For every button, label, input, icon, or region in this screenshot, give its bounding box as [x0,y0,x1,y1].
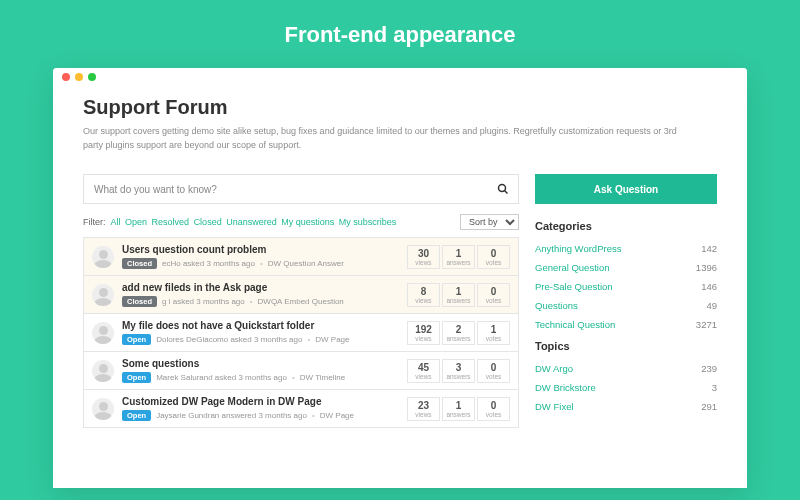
categories-heading: Categories [535,220,717,232]
topics-heading: Topics [535,340,717,352]
topic-item: DW Brickstore3 [535,378,717,397]
filter-label: Filter: [83,217,106,227]
question-row[interactable]: Some questionsOpenMarek Salurand asked 3… [84,352,518,390]
views-stat: 8views [407,283,440,307]
views-stat: 192views [407,321,440,345]
avatar [92,360,114,382]
main-column: Filter: All Open Resolved Closed Unanswe… [83,174,519,428]
filter-link[interactable]: My subscribes [339,217,397,227]
search-icon [497,183,509,195]
meta-separator: • [312,411,315,420]
question-row[interactable]: add new fileds in the Ask pageClosedg l … [84,276,518,314]
search-input[interactable] [84,184,488,195]
question-meta: Closedg l asked 3 months ago•DWQA Embed … [122,296,399,307]
sidebar-link[interactable]: Technical Question [535,319,615,330]
views-stat: 30views [407,245,440,269]
meta-separator: • [307,335,310,344]
question-title[interactable]: add new fileds in the Ask page [122,282,399,293]
sidebar-count: 291 [701,401,717,412]
app-window: Support Forum Our support covers getting… [53,68,747,488]
category-item: Anything WordPress142 [535,239,717,258]
sidebar-count: 239 [701,363,717,374]
question-title[interactable]: Users question count problem [122,244,399,255]
answers-stat: 1answers [442,283,475,307]
search-button[interactable] [488,175,518,203]
filter-link[interactable]: Closed [194,217,222,227]
question-author: Dolores DeGiacomo asked 3 months ago [156,335,302,344]
categories-list: Anything WordPress142General Question139… [535,239,717,334]
question-category[interactable]: DW Page [315,335,349,344]
page-description: Our support covers getting demo site ali… [83,125,683,152]
sidebar-count: 146 [701,281,717,292]
question-meta: OpenJaysarie Gundran answered 3 months a… [122,410,399,421]
question-stats: 8views1answers0votes [407,283,510,307]
sort-select[interactable]: Sort by [460,214,519,230]
question-category[interactable]: DWQA Embed Question [258,297,344,306]
sidebar-count: 3 [712,382,717,393]
sidebar-link[interactable]: DW Argo [535,363,573,374]
category-item: Technical Question3271 [535,315,717,334]
sidebar-link[interactable]: Questions [535,300,578,311]
question-list: Users question count problemClosedecHo a… [83,237,519,428]
sidebar-link[interactable]: General Question [535,262,609,273]
ask-question-button[interactable]: Ask Question [535,174,717,204]
topic-item: DW Argo239 [535,359,717,378]
topics-list: DW Argo239DW Brickstore3DW Fixel291 [535,359,717,416]
question-stats: 23views1answers0votes [407,397,510,421]
sidebar-link[interactable]: Pre-Sale Question [535,281,613,292]
svg-line-1 [505,191,508,194]
question-stats: 30views1answers0votes [407,245,510,269]
sidebar-count: 49 [706,300,717,311]
sidebar-count: 142 [701,243,717,254]
sidebar-count: 3271 [696,319,717,330]
question-row[interactable]: Users question count problemClosedecHo a… [84,238,518,276]
topic-item: DW Fixel291 [535,397,717,416]
question-title[interactable]: Some questions [122,358,399,369]
sidebar-link[interactable]: DW Fixel [535,401,574,412]
question-category[interactable]: DW Question Answer [268,259,344,268]
maximize-dot[interactable] [88,73,96,81]
avatar [92,284,114,306]
answers-stat: 1answers [442,245,475,269]
question-title[interactable]: Customized DW Page Modern in DW Page [122,396,399,407]
sidebar-link[interactable]: Anything WordPress [535,243,621,254]
avatar [92,322,114,344]
status-badge: Open [122,410,151,421]
votes-stat: 0votes [477,283,510,307]
votes-stat: 1votes [477,321,510,345]
category-item: Questions49 [535,296,717,315]
question-author: Marek Salurand asked 3 months ago [156,373,287,382]
question-title[interactable]: My file does not have a Quickstart folde… [122,320,399,331]
avatar [92,398,114,420]
filter-link[interactable]: Resolved [152,217,190,227]
question-row[interactable]: My file does not have a Quickstart folde… [84,314,518,352]
question-meta: OpenDolores DeGiacomo asked 3 months ago… [122,334,399,345]
window-titlebar [53,68,747,86]
sidebar-count: 1396 [696,262,717,273]
votes-stat: 0votes [477,359,510,383]
meta-separator: • [292,373,295,382]
views-stat: 23views [407,397,440,421]
filter-link[interactable]: My questions [281,217,334,227]
views-stat: 45views [407,359,440,383]
question-category[interactable]: DW Timeline [300,373,345,382]
votes-stat: 0votes [477,245,510,269]
votes-stat: 0votes [477,397,510,421]
close-dot[interactable] [62,73,70,81]
sidebar: Ask Question Categories Anything WordPre… [535,174,717,428]
status-badge: Closed [122,296,157,307]
question-author: g l asked 3 months ago [162,297,245,306]
filter-link[interactable]: Unanswered [226,217,277,227]
category-item: General Question1396 [535,258,717,277]
sidebar-link[interactable]: DW Brickstore [535,382,596,393]
minimize-dot[interactable] [75,73,83,81]
category-item: Pre-Sale Question146 [535,277,717,296]
filter-link[interactable]: All [111,217,121,227]
question-author: Jaysarie Gundran answered 3 months ago [156,411,307,420]
question-category[interactable]: DW Page [320,411,354,420]
page-title: Support Forum [83,96,717,119]
question-row[interactable]: Customized DW Page Modern in DW PageOpen… [84,390,518,427]
filter-link[interactable]: Open [125,217,147,227]
status-badge: Open [122,334,151,345]
avatar [92,246,114,268]
